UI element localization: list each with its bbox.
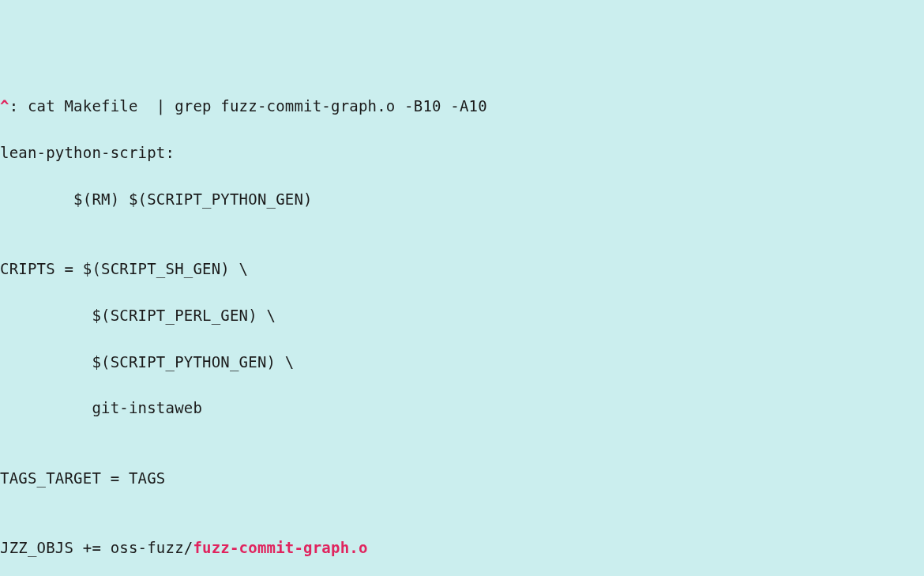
terminal-line: $(SCRIPT_PERL_GEN) \ xyxy=(0,304,924,327)
terminal-line: $(RM) $(SCRIPT_PYTHON_GEN) xyxy=(0,188,924,211)
prompt-caret: ^ xyxy=(0,97,9,115)
terminal-line: CRIPTS = $(SCRIPT_SH_GEN) \ xyxy=(0,258,924,280)
terminal-line: TAGS_TARGET = TAGS xyxy=(0,467,924,490)
terminal-line: $(SCRIPT_PYTHON_GEN) \ xyxy=(0,351,924,374)
grep-match-highlight: fuzz-commit-graph.o xyxy=(193,539,367,556)
command-text: : cat Makefile | grep fuzz-commit-graph.… xyxy=(9,97,487,115)
terminal-line: lean-python-script: xyxy=(0,141,924,164)
match-prefix: JZZ_OBJS += oss-fuzz/ xyxy=(0,539,193,556)
terminal-line-command: ^: cat Makefile | grep fuzz-commit-graph… xyxy=(0,95,924,118)
terminal-line: git-instaweb xyxy=(0,397,924,420)
terminal-line-match: JZZ_OBJS += oss-fuzz/fuzz-commit-graph.o xyxy=(0,536,924,559)
